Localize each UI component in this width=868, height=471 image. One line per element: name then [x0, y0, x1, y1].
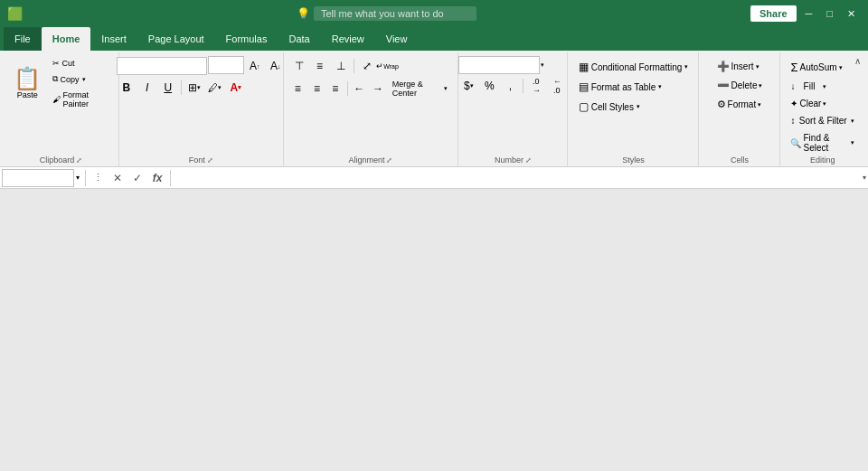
ribbon-group-number: ▾ $▾ % , .0→ ←.0 Number ⤢: [458, 52, 568, 166]
share-button[interactable]: Share: [750, 5, 797, 22]
minimize-button[interactable]: ─: [800, 8, 818, 19]
paste-button[interactable]: 📋 Paste: [9, 56, 46, 110]
sort-filter-icon: ↕: [790, 116, 795, 126]
decrease-decimal-button[interactable]: ←.0: [547, 76, 567, 96]
border-button[interactable]: ⊞▾: [184, 78, 204, 98]
align-center-button[interactable]: ≡: [307, 79, 326, 99]
indent-decrease-button[interactable]: ←: [350, 79, 368, 99]
number-label: Number ⤢: [495, 155, 532, 166]
font-row2: B I U ⊞▾ 🖊▾ A▾: [117, 78, 246, 98]
font-size-input[interactable]: [208, 56, 244, 74]
font-color-button[interactable]: A▾: [226, 78, 246, 98]
format-cells-caret: ▾: [758, 101, 761, 108]
font-dialog-icon[interactable]: ⤢: [207, 156, 213, 165]
tab-formulas[interactable]: Formulas: [215, 27, 278, 51]
conditional-formatting-label: Conditional Formatting: [591, 62, 683, 72]
delete-cells-caret: ▾: [759, 82, 762, 89]
format-painter-label: Format Painter: [63, 90, 108, 108]
clear-button[interactable]: ✦ Clear ▾: [786, 96, 831, 111]
tab-review[interactable]: Review: [321, 27, 375, 51]
search-box[interactable]: Tell me what you want to do: [314, 6, 476, 21]
format-painter-icon: 🖌: [52, 95, 61, 104]
merge-center-label: Merge & Center: [392, 80, 443, 98]
copy-icon: ⧉: [52, 74, 58, 84]
formula-options-button[interactable]: ⋮: [90, 172, 107, 184]
formula-confirm-button[interactable]: ✓: [128, 169, 146, 187]
number-dialog-icon[interactable]: ⤢: [525, 156, 532, 165]
align-bottom-button[interactable]: ⊥: [331, 56, 351, 76]
format-as-table-icon: ▤: [579, 80, 589, 93]
find-select-button[interactable]: 🔍 Find & Select ▾: [786, 130, 859, 155]
currency-button[interactable]: $▾: [458, 76, 478, 96]
close-button[interactable]: ✕: [842, 8, 861, 20]
formula-expand-button[interactable]: ▾: [863, 174, 866, 182]
alignment-dialog-icon[interactable]: ⤢: [386, 156, 392, 165]
clipboard-dialog-icon[interactable]: ⤢: [76, 156, 82, 165]
name-box-dropdown[interactable]: ▾: [74, 174, 81, 182]
align-left-button[interactable]: ≡: [289, 79, 307, 99]
sort-filter-button[interactable]: ↕ Sort & Filter ▾: [786, 113, 859, 128]
align-right-button[interactable]: ≡: [326, 79, 344, 99]
number-content: ▾ $▾ % , .0→ ←.0: [457, 54, 569, 155]
autosum-button[interactable]: Σ AutoSum ▾: [786, 58, 846, 77]
conditional-formatting-button[interactable]: ▦ Conditional Formatting ▾: [572, 58, 695, 76]
clear-caret: ▾: [823, 100, 826, 108]
format-as-table-button[interactable]: ▤ Format as Table ▾: [572, 78, 690, 96]
cells-content: ➕ Insert ▾ ➖ Delete ▾ ⚙ Format ▾: [711, 54, 769, 155]
increase-font-button[interactable]: A↑: [245, 56, 265, 76]
ribbon-group-alignment: ⊤ ≡ ⊥ ⤢ ↵Wrap ≡ ≡ ≡ ← → Merge & Center ▾: [284, 52, 459, 166]
spreadsheet-area: [0, 189, 868, 471]
merge-caret: ▾: [444, 85, 448, 92]
tab-insert[interactable]: Insert: [90, 27, 137, 51]
delete-cells-button[interactable]: ➖ Delete ▾: [712, 77, 768, 94]
tab-view[interactable]: View: [375, 27, 419, 51]
comma-button[interactable]: ,: [500, 76, 520, 96]
formula-input[interactable]: [175, 169, 861, 187]
tab-file[interactable]: File: [4, 27, 42, 51]
ribbon-collapse-button[interactable]: ∧: [853, 54, 863, 68]
title-bar: 🟩 💡 Tell me what you want to do Share ─ …: [0, 0, 868, 27]
styles-content: ▦ Conditional Formatting ▾ ▤ Format as T…: [571, 54, 697, 155]
align-top-button[interactable]: ⊤: [289, 56, 309, 76]
cell-styles-caret: ▾: [637, 103, 640, 110]
underline-button[interactable]: U: [158, 78, 178, 98]
percent-button[interactable]: %: [479, 76, 499, 96]
bold-button[interactable]: B: [117, 78, 137, 98]
format-cells-button[interactable]: ⚙ Format ▾: [712, 96, 767, 113]
format-painter-button[interactable]: 🖌 Format Painter: [48, 88, 113, 111]
cell-styles-label: Cell Styles: [591, 102, 634, 112]
merge-center-button[interactable]: Merge & Center ▾: [388, 78, 453, 99]
clipboard-label: Clipboard ⤢: [40, 155, 83, 166]
copy-button[interactable]: ⧉ Copy ▾: [48, 71, 113, 87]
fill-button[interactable]: ↓ Fill ▾: [786, 79, 831, 94]
decrease-font-button[interactable]: A↓: [266, 56, 286, 76]
copy-label: Copy: [61, 75, 80, 84]
tab-data[interactable]: Data: [278, 27, 320, 51]
tab-page-layout[interactable]: Page Layout: [137, 27, 215, 51]
ribbon-group-styles: ▦ Conditional Formatting ▾ ▤ Format as T…: [568, 52, 699, 166]
indent-increase-button[interactable]: →: [369, 79, 387, 99]
alignment-row2: ≡ ≡ ≡ ← → Merge & Center ▾: [289, 78, 453, 99]
align-middle-button[interactable]: ≡: [310, 56, 330, 76]
name-box-input[interactable]: [2, 169, 74, 187]
fill-icon: ↓: [790, 81, 795, 91]
increase-decimal-button[interactable]: .0→: [526, 76, 546, 96]
autosum-label: AutoSum: [800, 62, 837, 72]
tab-home[interactable]: Home: [42, 27, 91, 51]
wrap-text-button[interactable]: ↵Wrap: [378, 56, 398, 76]
formula-cancel-button[interactable]: ✕: [108, 169, 127, 187]
number-format-input[interactable]: [458, 56, 540, 74]
cut-button[interactable]: ✂ Cut: [48, 56, 113, 71]
orientation-button[interactable]: ⤢: [357, 56, 377, 76]
fill-color-button[interactable]: 🖊▾: [205, 78, 225, 98]
number-format-caret[interactable]: ▾: [541, 61, 544, 69]
formula-function-button[interactable]: fx: [148, 169, 166, 187]
cell-styles-button[interactable]: ▢ Cell Styles ▾: [572, 98, 690, 116]
font-label: Font ⤢: [189, 155, 213, 166]
copy-caret: ▾: [82, 76, 86, 83]
font-family-input[interactable]: [117, 57, 207, 75]
insert-cells-button[interactable]: ➕ Insert ▾: [712, 58, 764, 75]
insert-cells-caret: ▾: [756, 63, 760, 71]
maximize-button[interactable]: □: [821, 8, 838, 19]
italic-button[interactable]: I: [137, 78, 157, 98]
